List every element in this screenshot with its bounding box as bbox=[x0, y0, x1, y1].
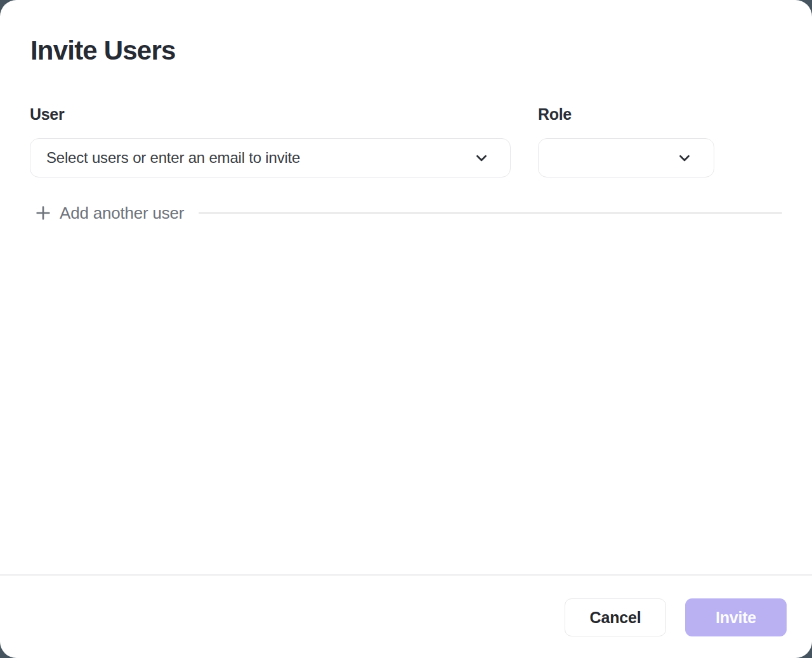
chevron-down-icon bbox=[473, 150, 490, 166]
inline-divider bbox=[199, 212, 782, 214]
add-another-user-button[interactable]: Add another user bbox=[34, 203, 782, 223]
page-title: Invite Users bbox=[30, 35, 176, 66]
footer-actions: Cancel Invite bbox=[565, 598, 787, 636]
user-label: User bbox=[30, 104, 511, 124]
user-select[interactable]: Select users or enter an email to invite bbox=[30, 138, 511, 177]
plus-icon bbox=[34, 204, 52, 222]
cancel-button[interactable]: Cancel bbox=[565, 598, 666, 636]
chevron-down-icon bbox=[676, 150, 693, 166]
page-backdrop: Invite Users User Select users or enter … bbox=[0, 0, 812, 658]
footer-divider bbox=[0, 574, 812, 576]
user-select-placeholder: Select users or enter an email to invite bbox=[46, 149, 473, 167]
role-field: Role bbox=[538, 104, 714, 177]
add-another-user-label: Add another user bbox=[60, 203, 184, 223]
invite-users-modal: Invite Users User Select users or enter … bbox=[0, 0, 812, 658]
user-field: User Select users or enter an email to i… bbox=[30, 104, 511, 177]
role-label: Role bbox=[538, 104, 714, 124]
role-select[interactable] bbox=[538, 138, 714, 177]
invite-button[interactable]: Invite bbox=[685, 598, 787, 636]
